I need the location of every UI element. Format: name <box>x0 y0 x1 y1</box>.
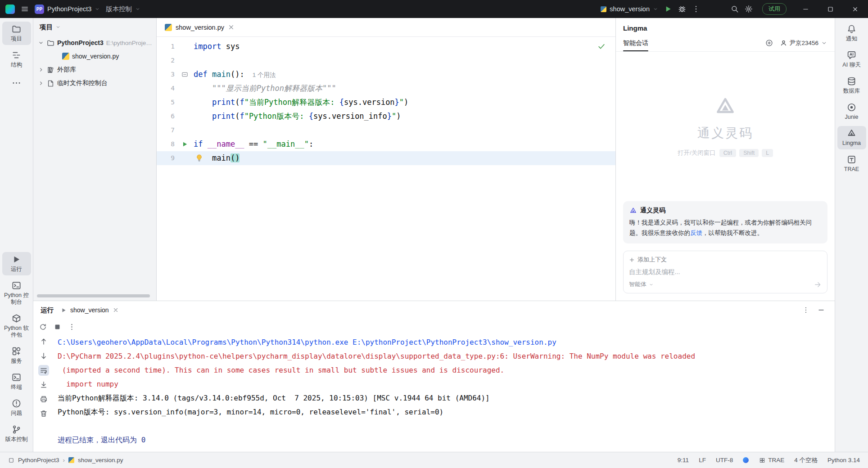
breadcrumb-file[interactable]: show_version.py <box>78 457 123 464</box>
tool-stripe-run[interactable]: 运行 <box>2 252 31 275</box>
tree-item-scratches[interactable]: 临时文件和控制台 <box>33 76 156 90</box>
close-tab-icon[interactable] <box>113 307 119 313</box>
tool-stripe-version-control[interactable]: 版本控制 <box>2 422 31 446</box>
lingma-chat-input[interactable] <box>629 268 822 275</box>
code-text: def main():1 个用法 <box>194 68 615 81</box>
code-line-1[interactable]: 1import sys <box>157 40 615 54</box>
run-config-selector[interactable]: show_version <box>601 5 658 13</box>
code-line-3[interactable]: 3def main():1 个用法 <box>157 68 615 81</box>
next-occurrence-icon[interactable] <box>38 351 49 361</box>
main-menu-icon[interactable] <box>21 5 29 13</box>
tool-stripe-database[interactable]: 数据库 <box>837 74 866 97</box>
run-tab-label: show_version <box>70 306 109 314</box>
tool-stripe-project[interactable]: 项目 <box>2 22 31 45</box>
code-line-5[interactable]: 5 print(f"当前Python解释器版本: {sys.version}") <box>157 95 615 109</box>
breadcrumb[interactable]: PythonProject3 show_version.py <box>8 457 123 464</box>
code-line-4[interactable]: 4 """显示当前Python解释器版本""" <box>157 81 615 95</box>
breadcrumb-project[interactable]: PythonProject3 <box>18 457 59 464</box>
tool-stripe-trae[interactable]: TRAE <box>837 152 866 176</box>
line-number: 9 <box>157 151 176 165</box>
settings-gear-icon[interactable] <box>745 5 753 13</box>
tool-stripe-problems[interactable]: 问题 <box>2 396 31 419</box>
stripe-label: Lingma <box>842 140 861 147</box>
tree-item-external-libraries[interactable]: 外部库 <box>33 63 156 76</box>
close-icon <box>852 6 859 13</box>
code-line-2[interactable]: 2 <box>157 54 615 68</box>
more-actions-icon[interactable] <box>692 5 700 13</box>
tree-item-show-version-file[interactable]: show_version.py <box>33 50 156 63</box>
run-tab[interactable]: show_version <box>61 306 119 314</box>
status-lingma[interactable] <box>743 457 749 464</box>
tab-smart-chat[interactable]: 智能会话 <box>623 35 648 51</box>
trial-badge[interactable]: 试用 <box>762 3 787 15</box>
project-panel-header[interactable]: 项目 <box>33 18 156 36</box>
project-selector[interactable]: PP PythonProject3 <box>35 4 100 14</box>
editor-tab[interactable]: show_version.py <box>159 18 240 36</box>
tool-stripe-python-console[interactable]: Python 控制台 <box>2 278 31 308</box>
editor-area: show_version.py 1import sys23def main():… <box>157 18 615 301</box>
hide-panel-icon[interactable] <box>818 306 825 314</box>
horizontal-scrollbar[interactable] <box>37 294 150 297</box>
status-line-separator[interactable]: LF <box>699 457 706 464</box>
debug-button[interactable] <box>678 5 686 13</box>
run-button[interactable] <box>664 5 672 13</box>
clear-console-icon[interactable] <box>38 408 49 419</box>
code-line-6[interactable]: 6 print(f"Python版本号: {sys.version_info}"… <box>157 109 615 123</box>
new-chat-icon[interactable] <box>765 39 773 47</box>
maximize-button[interactable] <box>821 0 840 18</box>
console-more-icon[interactable] <box>68 323 76 331</box>
project-name: PythonProject3 <box>47 5 91 13</box>
editor-tabbar: show_version.py <box>157 18 615 37</box>
inspections-ok-icon[interactable] <box>597 42 606 50</box>
status-interpreter[interactable]: Python 3.14 <box>827 457 860 464</box>
agent-mode-selector[interactable]: 智能体 <box>629 280 654 288</box>
soft-wrap-icon[interactable] <box>38 365 49 376</box>
tool-stripe-services[interactable]: 服务 <box>2 344 31 367</box>
status-caret-position[interactable]: 9:11 <box>678 457 689 464</box>
send-icon[interactable] <box>814 281 822 288</box>
lingma-icon <box>629 207 637 215</box>
close-button[interactable] <box>845 0 864 18</box>
add-context-button[interactable]: 添加上下文 <box>629 256 822 264</box>
chevron-down-icon <box>135 6 140 12</box>
problems-icon <box>12 399 21 408</box>
code-line-9[interactable]: 9main() <box>157 151 615 165</box>
code-editor[interactable]: 1import sys23def main():1 个用法4 """显示当前Py… <box>157 37 615 301</box>
code-text: if __name__ == "__main__": <box>194 137 615 151</box>
bulb-icon <box>195 154 203 162</box>
scroll-to-end-icon[interactable] <box>38 379 49 390</box>
tree-item-root[interactable]: PythonProject3E:\pythonProject\P <box>33 36 156 50</box>
tool-stripe-structure[interactable]: 结构 <box>2 48 31 71</box>
print-icon[interactable] <box>38 394 49 405</box>
tool-stripe-more[interactable] <box>2 74 31 92</box>
lingma-brand: 通义灵码 <box>697 125 753 142</box>
console-icon <box>12 281 21 290</box>
panel-options-icon[interactable] <box>802 306 809 314</box>
gutter[interactable] <box>176 137 194 151</box>
tree-item-label: PythonProject3 <box>57 39 104 46</box>
tool-stripe-notifications[interactable]: 通知 <box>837 22 866 45</box>
search-everywhere-icon[interactable] <box>731 5 739 13</box>
status-indent[interactable]: 4 个空格 <box>794 456 818 464</box>
stop-icon[interactable] <box>54 323 61 331</box>
code-line-7[interactable]: 7 <box>157 123 615 137</box>
gutter[interactable] <box>176 68 194 81</box>
tool-stripe-junie[interactable]: Junie <box>837 100 866 123</box>
vcs-widget[interactable]: 版本控制 <box>106 5 140 14</box>
tool-stripe-python-packages[interactable]: Python 软件包 <box>2 311 31 341</box>
status-trae[interactable]: TRAE <box>759 457 784 464</box>
feedback-link[interactable]: 反馈 <box>690 230 702 236</box>
tool-stripe-lingma[interactable]: Lingma <box>837 126 866 149</box>
tool-stripe-ai-chat[interactable]: AI 聊天 <box>837 48 866 71</box>
chevron-down-icon <box>55 24 61 30</box>
status-encoding[interactable]: UTF-8 <box>716 457 733 464</box>
close-tab-icon[interactable] <box>228 24 235 31</box>
tool-stripe-terminal[interactable]: 终端 <box>2 370 31 393</box>
prev-occurrence-icon[interactable] <box>38 336 49 347</box>
minimize-button[interactable] <box>796 0 815 18</box>
console-output[interactable]: C:\Users\geohero\AppData\Local\Programs\… <box>54 334 835 452</box>
rerun-icon[interactable] <box>39 323 47 331</box>
code-line-8[interactable]: 8if __name__ == "__main__": <box>157 137 615 151</box>
console-line-1: C:\Users\geohero\AppData\Local\Programs\… <box>58 335 828 349</box>
lingma-user-menu[interactable]: 尹京23456 <box>780 39 827 47</box>
